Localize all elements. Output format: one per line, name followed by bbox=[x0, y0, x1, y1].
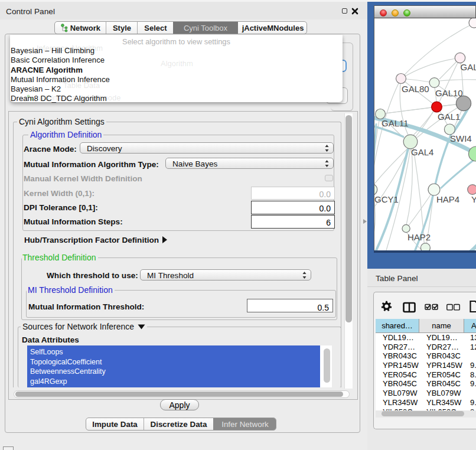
svg-text:GAL10: GAL10 bbox=[435, 88, 463, 98]
svg-text:HAP4: HAP4 bbox=[436, 194, 459, 204]
svg-text:GCY1: GCY1 bbox=[374, 194, 399, 204]
svg-text:GAL11: GAL11 bbox=[382, 118, 409, 128]
svg-text:GAL80: GAL80 bbox=[402, 84, 429, 94]
svg-text:SWI4: SWI4 bbox=[450, 133, 472, 144]
svg-text:GAL3: GAL3 bbox=[461, 62, 476, 72]
svg-text:HAP2: HAP2 bbox=[407, 232, 431, 242]
svg-text:GAL4: GAL4 bbox=[411, 147, 433, 157]
svg-text:Y: Y bbox=[471, 194, 476, 204]
svg-text:GAL1: GAL1 bbox=[438, 112, 460, 122]
